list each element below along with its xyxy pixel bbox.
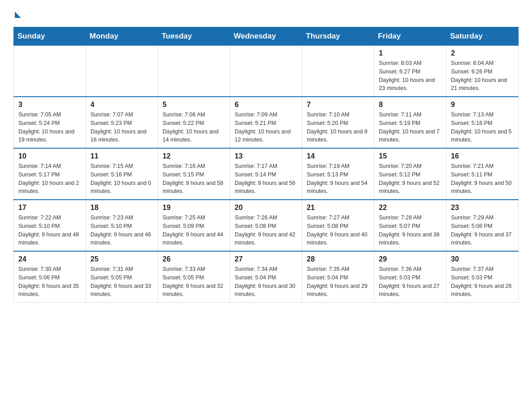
calendar-week-row: 1Sunrise: 8:03 AM Sunset: 6:27 PM Daylig… bbox=[14, 46, 519, 97]
day-info: Sunrise: 7:26 AM Sunset: 5:08 PM Dayligh… bbox=[235, 214, 297, 247]
calendar-cell: 1Sunrise: 8:03 AM Sunset: 6:27 PM Daylig… bbox=[374, 46, 446, 97]
day-number: 11 bbox=[90, 152, 153, 160]
calendar-cell: 8Sunrise: 7:11 AM Sunset: 5:19 PM Daylig… bbox=[374, 97, 446, 148]
calendar-cell: 21Sunrise: 7:27 AM Sunset: 5:08 PM Dayli… bbox=[302, 200, 374, 251]
calendar-cell: 25Sunrise: 7:31 AM Sunset: 5:05 PM Dayli… bbox=[86, 251, 158, 303]
day-info: Sunrise: 7:17 AM Sunset: 5:14 PM Dayligh… bbox=[235, 162, 297, 196]
day-number: 21 bbox=[307, 204, 369, 212]
calendar-cell: 15Sunrise: 7:20 AM Sunset: 5:12 PM Dayli… bbox=[374, 148, 446, 200]
day-number: 25 bbox=[90, 255, 153, 263]
day-info: Sunrise: 7:27 AM Sunset: 5:08 PM Dayligh… bbox=[307, 214, 369, 247]
calendar-header-row: SundayMondayTuesdayWednesdayThursdayFrid… bbox=[14, 27, 519, 46]
calendar-cell: 18Sunrise: 7:23 AM Sunset: 5:10 PM Dayli… bbox=[86, 200, 158, 251]
calendar-cell bbox=[86, 46, 158, 97]
calendar-cell: 9Sunrise: 7:13 AM Sunset: 5:18 PM Daylig… bbox=[446, 97, 519, 148]
calendar-cell: 20Sunrise: 7:26 AM Sunset: 5:08 PM Dayli… bbox=[230, 200, 302, 251]
day-number: 27 bbox=[235, 255, 297, 263]
day-info: Sunrise: 7:22 AM Sunset: 5:10 PM Dayligh… bbox=[18, 214, 81, 247]
column-header-friday: Friday bbox=[374, 27, 446, 46]
calendar-cell: 13Sunrise: 7:17 AM Sunset: 5:14 PM Dayli… bbox=[230, 148, 302, 200]
day-number: 22 bbox=[379, 204, 442, 212]
day-info: Sunrise: 7:11 AM Sunset: 5:19 PM Dayligh… bbox=[379, 111, 442, 144]
day-info: Sunrise: 7:29 AM Sunset: 5:06 PM Dayligh… bbox=[451, 214, 514, 247]
calendar-cell: 2Sunrise: 8:04 AM Sunset: 6:26 PM Daylig… bbox=[446, 46, 519, 97]
day-info: Sunrise: 7:16 AM Sunset: 5:15 PM Dayligh… bbox=[163, 162, 225, 196]
day-info: Sunrise: 7:23 AM Sunset: 5:10 PM Dayligh… bbox=[90, 214, 153, 247]
page-header bbox=[13, 9, 519, 18]
day-info: Sunrise: 7:31 AM Sunset: 5:05 PM Dayligh… bbox=[90, 265, 153, 299]
day-info: Sunrise: 7:30 AM Sunset: 5:06 PM Dayligh… bbox=[18, 265, 81, 299]
calendar-week-row: 24Sunrise: 7:30 AM Sunset: 5:06 PM Dayli… bbox=[14, 251, 519, 303]
day-number: 23 bbox=[451, 204, 514, 212]
calendar-cell: 11Sunrise: 7:15 AM Sunset: 5:16 PM Dayli… bbox=[86, 148, 158, 200]
day-info: Sunrise: 7:35 AM Sunset: 5:04 PM Dayligh… bbox=[307, 265, 369, 299]
day-info: Sunrise: 7:36 AM Sunset: 5:03 PM Dayligh… bbox=[379, 265, 442, 299]
day-info: Sunrise: 7:20 AM Sunset: 5:12 PM Dayligh… bbox=[379, 162, 442, 196]
day-info: Sunrise: 8:03 AM Sunset: 6:27 PM Dayligh… bbox=[379, 59, 442, 93]
day-number: 4 bbox=[90, 101, 153, 109]
day-info: Sunrise: 7:34 AM Sunset: 5:04 PM Dayligh… bbox=[235, 265, 297, 299]
calendar-cell: 12Sunrise: 7:16 AM Sunset: 5:15 PM Dayli… bbox=[158, 148, 230, 200]
column-header-wednesday: Wednesday bbox=[230, 27, 302, 46]
day-number: 16 bbox=[451, 152, 514, 160]
day-number: 29 bbox=[379, 255, 442, 263]
day-number: 8 bbox=[379, 101, 442, 109]
day-info: Sunrise: 7:21 AM Sunset: 5:11 PM Dayligh… bbox=[451, 162, 514, 196]
logo bbox=[13, 9, 29, 18]
day-info: Sunrise: 7:13 AM Sunset: 5:18 PM Dayligh… bbox=[451, 111, 514, 144]
calendar-week-row: 17Sunrise: 7:22 AM Sunset: 5:10 PM Dayli… bbox=[14, 200, 519, 251]
day-number: 15 bbox=[379, 152, 442, 160]
calendar-cell: 26Sunrise: 7:33 AM Sunset: 5:05 PM Dayli… bbox=[158, 251, 230, 303]
column-header-tuesday: Tuesday bbox=[158, 27, 230, 46]
day-number: 6 bbox=[235, 101, 297, 109]
calendar-cell bbox=[14, 46, 86, 97]
day-number: 1 bbox=[379, 49, 442, 57]
day-info: Sunrise: 7:19 AM Sunset: 5:13 PM Dayligh… bbox=[307, 162, 369, 196]
day-info: Sunrise: 7:15 AM Sunset: 5:16 PM Dayligh… bbox=[90, 162, 153, 196]
calendar-table: SundayMondayTuesdayWednesdayThursdayFrid… bbox=[13, 27, 519, 303]
day-number: 14 bbox=[307, 152, 369, 160]
day-info: Sunrise: 7:28 AM Sunset: 5:07 PM Dayligh… bbox=[379, 214, 442, 247]
day-number: 7 bbox=[307, 101, 369, 109]
calendar-cell bbox=[302, 46, 374, 97]
day-number: 30 bbox=[451, 255, 514, 263]
calendar-cell: 19Sunrise: 7:25 AM Sunset: 5:09 PM Dayli… bbox=[158, 200, 230, 251]
logo-arrow-icon bbox=[15, 12, 21, 18]
column-header-sunday: Sunday bbox=[14, 27, 86, 46]
day-info: Sunrise: 7:14 AM Sunset: 5:17 PM Dayligh… bbox=[18, 162, 81, 196]
calendar-cell: 3Sunrise: 7:05 AM Sunset: 5:24 PM Daylig… bbox=[14, 97, 86, 148]
calendar-cell: 28Sunrise: 7:35 AM Sunset: 5:04 PM Dayli… bbox=[302, 251, 374, 303]
day-number: 18 bbox=[90, 204, 153, 212]
day-number: 2 bbox=[451, 49, 514, 57]
day-number: 20 bbox=[235, 204, 297, 212]
day-number: 9 bbox=[451, 101, 514, 109]
calendar-cell: 24Sunrise: 7:30 AM Sunset: 5:06 PM Dayli… bbox=[14, 251, 86, 303]
day-number: 28 bbox=[307, 255, 369, 263]
calendar-cell: 4Sunrise: 7:07 AM Sunset: 5:23 PM Daylig… bbox=[86, 97, 158, 148]
day-number: 12 bbox=[163, 152, 225, 160]
day-info: Sunrise: 7:37 AM Sunset: 5:03 PM Dayligh… bbox=[451, 265, 514, 299]
day-number: 17 bbox=[18, 204, 81, 212]
calendar-cell: 27Sunrise: 7:34 AM Sunset: 5:04 PM Dayli… bbox=[230, 251, 302, 303]
day-info: Sunrise: 7:10 AM Sunset: 5:20 PM Dayligh… bbox=[307, 111, 369, 144]
calendar-cell: 22Sunrise: 7:28 AM Sunset: 5:07 PM Dayli… bbox=[374, 200, 446, 251]
day-info: Sunrise: 7:05 AM Sunset: 5:24 PM Dayligh… bbox=[18, 111, 81, 144]
calendar-cell bbox=[158, 46, 230, 97]
day-number: 19 bbox=[163, 204, 225, 212]
calendar-week-row: 3Sunrise: 7:05 AM Sunset: 5:24 PM Daylig… bbox=[14, 97, 519, 148]
column-header-saturday: Saturday bbox=[446, 27, 519, 46]
day-number: 3 bbox=[18, 101, 81, 109]
calendar-week-row: 10Sunrise: 7:14 AM Sunset: 5:17 PM Dayli… bbox=[14, 148, 519, 200]
calendar-cell: 7Sunrise: 7:10 AM Sunset: 5:20 PM Daylig… bbox=[302, 97, 374, 148]
calendar-cell: 29Sunrise: 7:36 AM Sunset: 5:03 PM Dayli… bbox=[374, 251, 446, 303]
calendar-cell: 14Sunrise: 7:19 AM Sunset: 5:13 PM Dayli… bbox=[302, 148, 374, 200]
day-info: Sunrise: 7:08 AM Sunset: 5:22 PM Dayligh… bbox=[163, 111, 225, 144]
day-number: 24 bbox=[18, 255, 81, 263]
day-number: 5 bbox=[163, 101, 225, 109]
calendar-cell: 30Sunrise: 7:37 AM Sunset: 5:03 PM Dayli… bbox=[446, 251, 519, 303]
day-number: 26 bbox=[163, 255, 225, 263]
day-number: 13 bbox=[235, 152, 297, 160]
calendar-cell: 5Sunrise: 7:08 AM Sunset: 5:22 PM Daylig… bbox=[158, 97, 230, 148]
column-header-thursday: Thursday bbox=[302, 27, 374, 46]
day-info: Sunrise: 7:07 AM Sunset: 5:23 PM Dayligh… bbox=[90, 111, 153, 144]
